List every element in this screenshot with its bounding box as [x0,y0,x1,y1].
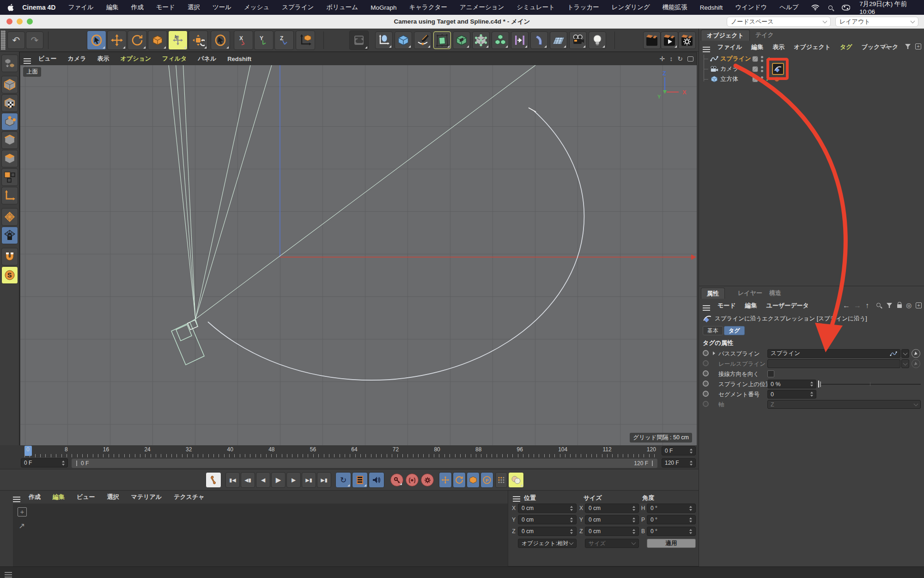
om-menu-view[interactable]: 表示 [772,43,784,51]
menubar-window[interactable]: ウインドウ [735,3,767,12]
rail-spline-dropdown[interactable] [901,359,909,368]
key-parameter-toggle[interactable]: P [480,472,493,488]
menubar-mograph[interactable]: MoGraph [371,4,396,11]
viewport-menu-icon[interactable] [24,58,31,59]
viewport-menu-display[interactable]: 表示 [97,55,109,63]
move-tool[interactable] [107,31,127,50]
primitive-cube-palette-button[interactable] [395,31,412,49]
path-spline-picker[interactable] [912,349,920,358]
object-row-cube[interactable]: 立方体 ✓ [699,74,924,84]
material-menu-icon[interactable] [13,497,20,498]
menubar-simulate[interactable]: シミュレート [517,3,555,12]
camera-palette-button[interactable] [569,31,587,49]
path-spline-field[interactable]: スプライン [767,349,900,358]
position-field[interactable]: 0 % [767,380,816,388]
menubar-animation[interactable]: アニメーション [460,3,504,12]
attr-search-icon[interactable] [876,303,881,307]
z-axis-lock-button[interactable]: Z [274,31,294,50]
attr-lock-icon[interactable] [897,304,902,308]
key-pla-toggle[interactable] [495,472,507,488]
tab-layers[interactable]: レイヤー [732,288,768,299]
layer-chip[interactable] [752,76,758,82]
x-axis-lock-button[interactable]: X [234,31,253,50]
toolbar-drag-handle[interactable] [1,31,6,50]
tangential-checkbox[interactable] [767,370,774,377]
om-up-icon[interactable]: ↑ [895,43,898,50]
menubar-mesh[interactable]: メッシュ [244,3,269,12]
rot-h-field[interactable]: 0 ° [647,504,696,513]
rotate-tool[interactable] [128,31,147,50]
rot-p-field[interactable]: 0 ° [647,515,696,524]
array-palette-button[interactable] [511,31,529,49]
size-z-field[interactable]: 0 cm [585,527,639,536]
scale-tool[interactable] [148,31,167,50]
timeline-ruler[interactable]: 081624324048566472808896104112120 [26,446,656,453]
material-menu-texture[interactable]: テクスチャ [174,493,205,501]
menubar-spline[interactable]: スプライン [282,3,314,12]
viewport-menu-redshift[interactable]: Redshift [227,55,251,62]
menubar-help[interactable]: ヘルプ [779,3,798,12]
range-end-grip[interactable] [652,461,653,466]
om-menu-tags[interactable]: タグ [840,43,852,51]
enable-dot[interactable] [703,381,709,387]
segment-field[interactable]: 0 [767,390,816,399]
attr-add-icon[interactable]: + [916,302,922,308]
viewport-menu-camera[interactable]: カメラ [68,55,86,63]
coordinate-mode-dropdown[interactable]: オブジェクト:相対 [518,539,577,548]
expand-icon[interactable] [713,351,715,355]
goto-start-button[interactable]: ▮◀ [225,472,240,488]
axis-mode-button[interactable] [1,187,18,204]
current-frame-field[interactable]: 0 F [662,446,696,455]
layout-select[interactable]: レイアウト [835,17,918,27]
material-menu-create[interactable]: 作成 [29,493,41,501]
tab-attributes[interactable]: 属性 [701,288,725,299]
rot-b-field[interactable]: 0 ° [647,527,696,536]
prev-key-button[interactable]: ◀▮ [241,472,255,488]
sound-toggle[interactable] [369,472,384,488]
menubar-app-name[interactable]: Cinema 4D [22,4,55,11]
autokey-record-button[interactable] [206,472,221,488]
model-mode-button[interactable] [1,76,18,93]
snap-settings-button[interactable]: S [1,266,18,284]
menubar-create[interactable]: 作成 [131,3,144,12]
attr-menu-edit[interactable]: 編集 [745,301,757,310]
floor-palette-button[interactable] [550,31,567,49]
coordinate-system-toggle[interactable] [296,31,315,50]
undo-button[interactable]: ↶ [7,31,25,49]
pos-x-field[interactable]: 0 cm [518,504,577,513]
menubar-edit[interactable]: 編集 [106,3,119,12]
status-menu-icon[interactable] [5,572,12,573]
loop-mode-toggle[interactable]: ↻ [335,472,351,488]
menubar-rendering[interactable]: レンダリング [612,3,650,12]
point-mode-button[interactable] [1,113,18,130]
pan-view-icon[interactable]: ✛ [660,55,665,62]
snap-magnet-button[interactable] [1,248,18,265]
om-menu-bookmarks[interactable]: ブックマーク [862,43,899,51]
tab-structure[interactable]: 構造 [764,288,787,299]
keyframe-mode-toggle[interactable] [352,472,368,488]
menubar-character[interactable]: キャラクター [409,3,447,12]
menubar-select[interactable]: 選択 [188,3,200,12]
menubar-tracker[interactable]: トラッカー [567,3,599,12]
keyframe-presets-button[interactable] [508,472,524,488]
render-active-view-button[interactable] [643,31,661,49]
object-name[interactable]: スプライン [720,55,751,63]
om-menu-file[interactable]: ファイル [717,43,742,51]
object-row-camera[interactable]: カメラ [699,64,924,74]
keying-settings-button[interactable] [421,473,434,486]
spline-pen-palette-button[interactable] [414,31,432,49]
bend-deformer-palette-button[interactable] [530,31,548,49]
position-slider[interactable] [820,384,921,385]
attr-back-icon[interactable]: ← [843,301,850,310]
subtab-basic[interactable]: 基本 [703,326,723,335]
tweak-mode-button[interactable] [1,168,18,186]
object-name[interactable]: カメラ [720,65,739,73]
object-row-spline[interactable]: スプライン ✓ [699,54,924,64]
attribute-menu-icon[interactable] [703,305,710,306]
menubar-clock[interactable]: 7月29日(木) 午前10:06 [859,0,918,15]
visibility-dots[interactable] [761,66,763,72]
menubar-extensions[interactable]: 機能拡張 [663,3,687,12]
menubar-volume[interactable]: ボリューム [326,3,358,12]
axis-dropdown[interactable]: Z [767,400,921,409]
attr-forward-icon[interactable]: → [854,301,861,310]
